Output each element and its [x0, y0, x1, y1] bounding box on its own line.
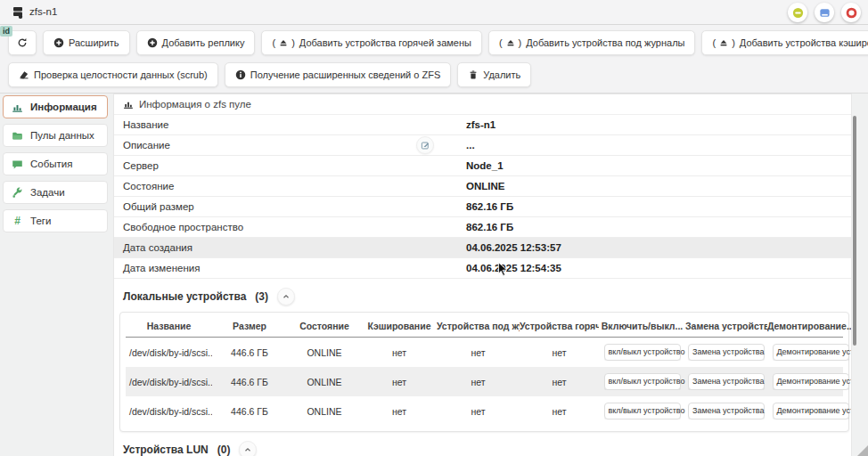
sidebar-item-events[interactable]: События — [3, 152, 108, 175]
add-cache-devices-label: Добавить устройства кэширования — [740, 37, 868, 48]
info-row-name: Название zfs-n1 — [114, 115, 851, 135]
info-panel-header: Информация о zfs пуле — [114, 94, 851, 115]
toggle-device-button[interactable]: вкл/выкл устройство — [604, 344, 681, 360]
add-hotspare-devices-button[interactable]: () Добавить устройства горячей замены — [261, 30, 481, 55]
sidebar: Информация Пулы данных События Задачи # … — [3, 95, 108, 238]
sidebar-item-tags[interactable]: # Теги — [3, 209, 108, 232]
delete-label: Удалить — [483, 69, 520, 80]
add-journal-devices-button[interactable]: () Добавить устройства под журналы — [488, 30, 696, 55]
collapse-lun-devices-button[interactable] — [239, 441, 257, 456]
expand-button[interactable]: Расширить — [43, 30, 130, 55]
table-row: /dev/disk/by-id/scsi... 446.6 ГБ ONLINE … — [126, 367, 843, 396]
lun-devices-title: Устройства LUN — [123, 444, 209, 456]
device-size: 446.6 ГБ — [212, 377, 287, 387]
hash-icon: # — [12, 215, 23, 227]
info-row-total-size: Общий размер 862.16 ГБ — [114, 197, 851, 217]
add-replica-button[interactable]: Добавить реплику — [136, 30, 256, 55]
sidebar-item-information[interactable]: Информация — [3, 95, 108, 118]
maximize-button[interactable] — [815, 3, 834, 22]
close-icon — [846, 7, 857, 19]
info-value: ... — [466, 140, 475, 151]
add-replica-label: Добавить реплику — [162, 37, 245, 48]
toggle-device-button[interactable]: вкл/выкл устройство — [604, 373, 681, 389]
device-cache: нет — [362, 347, 437, 358]
device-hotspare: нет — [520, 406, 599, 417]
edit-description-button[interactable] — [416, 136, 434, 154]
info-value: 862.16 ГБ — [466, 201, 513, 212]
refresh-icon — [17, 37, 28, 48]
device-cache: нет — [362, 406, 437, 417]
col-state: Состояние — [287, 321, 362, 331]
add-journal-devices-label: Добавить устройства под журналы — [526, 37, 684, 48]
main-panel: Информация о zfs пуле Название zfs-n1 Оп… — [113, 94, 852, 456]
info-label: Свободное пространство — [123, 222, 408, 232]
device-hotspare: нет — [520, 377, 599, 387]
folder-icon — [12, 130, 23, 142]
lun-devices-header: Устройства LUN (0) — [114, 440, 851, 456]
sidebar-item-data-pools[interactable]: Пулы данных — [3, 124, 108, 147]
replace-device-button[interactable]: Замена устройства — [688, 373, 765, 389]
table-row: /dev/disk/by-id/scsi... 446.6 ГБ ONLINE … — [126, 338, 843, 367]
storage-stack-icon — [12, 5, 26, 20]
info-row-created: Дата создания 04.06.2025 12:53:57 — [114, 238, 851, 258]
zfs-extended-info-button[interactable]: Получение расширенных сведений о ZFS — [225, 62, 452, 87]
device-cache: нет — [362, 377, 437, 387]
device-name: /dev/disk/by-id/scsi... — [126, 377, 212, 387]
comment-icon — [12, 159, 23, 170]
unmount-device-button[interactable]: Демонтирование устройства — [773, 373, 849, 389]
vertical-scrollbar[interactable] — [853, 116, 856, 346]
info-icon — [235, 69, 246, 80]
device-name: /dev/disk/by-id/scsi... — [126, 347, 212, 358]
table-row: /dev/disk/by-id/scsi... 446.6 ГБ ONLINE … — [126, 396, 843, 426]
bar-chart-icon — [123, 99, 134, 110]
device-state: ONLINE — [287, 347, 362, 358]
info-row-description: Описание ... — [114, 135, 851, 156]
local-devices-count: (3) — [255, 290, 268, 303]
expand-button-label: Расширить — [69, 37, 119, 48]
toggle-device-button[interactable]: вкл/выкл устройство — [604, 403, 681, 419]
info-label: Описание — [123, 140, 408, 151]
info-label: Состояние — [123, 181, 408, 191]
sidebar-item-label: Теги — [30, 216, 51, 226]
col-name: Название — [126, 321, 212, 331]
eject-icon — [278, 37, 289, 48]
resize-handle-icon[interactable] — [857, 445, 868, 456]
toolbar-row-2: Проверка целостности данных (scrub) Полу… — [8, 62, 531, 87]
device-state: ONLINE — [287, 377, 362, 387]
toolbar: Расширить Добавить реплику () Добавить у… — [0, 25, 868, 94]
sidebar-item-label: Пулы данных — [30, 130, 94, 141]
device-hotspare: нет — [520, 347, 599, 358]
minimize-icon — [792, 7, 804, 19]
info-value: Node_1 — [466, 160, 504, 171]
sidebar-item-tasks[interactable]: Задачи — [3, 181, 108, 204]
info-row-server: Сервер Node_1 — [114, 156, 851, 176]
collapse-local-devices-button[interactable] — [277, 288, 295, 305]
close-button[interactable] — [841, 3, 861, 22]
sidebar-item-label: События — [30, 159, 72, 169]
info-label: Дата изменения — [123, 263, 408, 273]
replace-device-button[interactable]: Замена устройства — [688, 344, 765, 360]
col-cache: Кэширование — [362, 321, 437, 331]
device-journal: нет — [437, 377, 520, 387]
scrub-button[interactable]: Проверка целостности данных (scrub) — [8, 62, 218, 87]
eject-icon — [718, 37, 729, 48]
trash-icon — [468, 69, 479, 80]
paren-close: ) — [291, 37, 295, 48]
device-size: 446.6 ГБ — [212, 406, 287, 417]
sidebar-item-label: Задачи — [30, 187, 65, 198]
replace-device-button[interactable]: Замена устройства — [688, 403, 765, 419]
paren-open: ( — [272, 37, 275, 48]
device-state: ONLINE — [287, 406, 362, 417]
info-row-state: Состояние ONLINE — [114, 176, 851, 197]
add-cache-devices-button[interactable]: () Добавить устройства кэширования — [701, 30, 868, 55]
window-title: zfs-n1 — [29, 6, 57, 17]
minimize-button[interactable] — [788, 3, 807, 22]
chevron-up-icon — [243, 445, 252, 454]
title-bar: zfs-n1 — [0, 0, 868, 25]
window-controls — [788, 3, 861, 22]
wrench-icon — [12, 187, 23, 199]
delete-button[interactable]: Удалить — [457, 62, 531, 87]
unmount-device-button[interactable]: Демонтирование устройства — [773, 403, 849, 419]
plus-circle-icon — [147, 37, 158, 48]
unmount-device-button[interactable]: Демонтирование устройства — [773, 344, 849, 360]
